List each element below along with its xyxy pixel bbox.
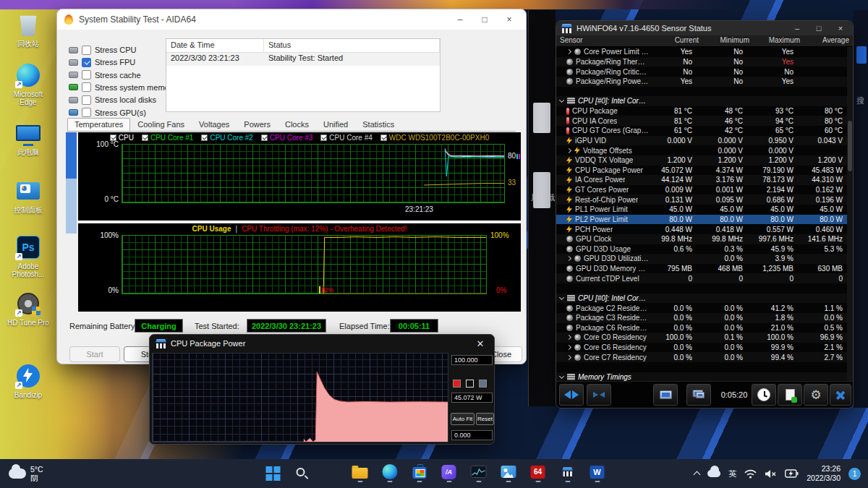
sensor-row[interactable]: Package/Ring Power Limit ...YesNoYes: [556, 77, 847, 87]
close-sensors-button[interactable]: [830, 384, 851, 406]
expand-caret-icon[interactable]: [566, 256, 571, 261]
taskbar-hwinfo64[interactable]: [558, 461, 577, 487]
notification-badge[interactable]: 1: [848, 468, 861, 480]
sensor-row[interactable]: Core C0 Residency100.0 %0.1 %100.0 %96.9…: [556, 333, 847, 343]
legend-checkbox[interactable]: [142, 134, 148, 141]
tab-clocks[interactable]: Clocks: [278, 118, 316, 131]
taskbar-word[interactable]: W: [588, 461, 607, 487]
expand-caret-icon[interactable]: [566, 345, 571, 350]
tray-overflow-chevron-icon[interactable]: [694, 471, 701, 479]
legend-checkbox[interactable]: [261, 134, 268, 141]
start-button[interactable]: Start: [69, 346, 120, 362]
tab-unified[interactable]: Unified: [316, 118, 355, 131]
desktop-icon-hdt[interactable]: ↗HD Tune Pro: [4, 291, 52, 327]
tab-powers[interactable]: Powers: [237, 118, 278, 131]
close-icon[interactable]: ✕: [469, 335, 491, 352]
sensor-row[interactable]: Package/Ring Critical Tem...NoNoNo: [556, 67, 847, 77]
sensor-row[interactable]: CPU Package Power45.072 W4.374 W79.190 W…: [556, 166, 847, 176]
log-row[interactable]: 2022/3/30 23:21:23 Stability Test: Start…: [166, 53, 440, 66]
volume-muted-icon[interactable]: [765, 469, 777, 479]
stress-option-memory[interactable]: Stress system memory: [69, 82, 176, 93]
expand-caret-icon[interactable]: [566, 355, 571, 360]
log-col-datetime[interactable]: Date & Time: [166, 39, 264, 52]
stress-checkbox[interactable]: [82, 95, 91, 105]
taskbar-purple-m-app[interactable]: /A: [440, 461, 459, 487]
stress-option-fpu[interactable]: Stress FPU: [69, 56, 135, 68]
expand-sensors-button[interactable]: [559, 384, 584, 406]
minimize-icon[interactable]: –: [786, 21, 808, 35]
tab-temperatures[interactable]: Temperatures: [67, 118, 130, 131]
close-icon[interactable]: ×: [830, 21, 851, 35]
sensor-row[interactable]: PCH Power0.448 W0.418 W0.557 W0.460 W: [556, 224, 847, 234]
expand-caret-icon[interactable]: [566, 335, 571, 340]
legend-checkbox[interactable]: [201, 134, 208, 141]
sensor-row[interactable]: GPU D3D Utilizations0.0 %3.9 %: [556, 254, 847, 264]
legend-checkbox[interactable]: [320, 134, 327, 141]
onedrive-icon[interactable]: [707, 470, 720, 477]
wifi-icon[interactable]: [744, 469, 757, 479]
col-minimum[interactable]: Minimum: [702, 35, 753, 46]
sensor-row[interactable]: PL2 Power Limit80.0 W80.0 W80.0 W80.0 W: [556, 215, 847, 225]
col-current[interactable]: Current: [655, 35, 702, 46]
maximize-icon[interactable]: □: [808, 21, 830, 35]
expand-caret-icon[interactable]: [566, 148, 571, 153]
sensor-row[interactable]: Package C3 Residency0.0 %0.0 %1.8 %0.0 %: [556, 313, 847, 323]
stress-option-cache[interactable]: Stress cache: [69, 69, 141, 81]
stress-checkbox[interactable]: [82, 82, 91, 92]
stress-checkbox[interactable]: [82, 108, 91, 117]
taskbar-clock[interactable]: 23:26 2022/3/30: [807, 464, 841, 483]
sensor-row[interactable]: Rest-of-Chip Power0.131 W0.095 W0.686 W0…: [556, 194, 847, 205]
taskbar-microsoft-store[interactable]: [410, 461, 429, 487]
hwinfo-titlebar[interactable]: HWiNFO64 v7.16-4650 Sensor Status – □ ×: [556, 21, 853, 35]
sensor-row[interactable]: GT Cores Power0.009 W0.001 W2.194 W0.162…: [556, 185, 847, 195]
desktop-icon-edgec[interactable]: ↗Microsoft Edge: [4, 62, 52, 106]
stress-checkbox[interactable]: [82, 70, 91, 80]
stress-checkbox[interactable]: [82, 58, 91, 67]
reset-button[interactable]: Reset: [476, 413, 494, 425]
stress-option-cpu[interactable]: Stress CPU: [69, 44, 136, 56]
graph-color-swatch-red[interactable]: [453, 380, 461, 388]
sensor-row[interactable]: IA Cores Power44.124 W3.176 W78.173 W44.…: [556, 175, 847, 185]
sensor-row[interactable]: Package C2 Residency0.0 %0.0 %41.2 %1.1 …: [556, 303, 847, 313]
battery-charging-icon[interactable]: [785, 469, 799, 478]
sensor-row[interactable]: Core C6 Residency0.0 %0.0 %99.9 %2.1 %: [556, 343, 847, 353]
taskbar-photos-app[interactable]: [499, 461, 518, 487]
sensor-row[interactable]: Voltage Offsets0.000 V0.000 V: [556, 145, 847, 155]
ime-indicator[interactable]: 英: [728, 468, 736, 479]
taskbar-search-button[interactable]: [292, 461, 310, 487]
collapse-caret-icon[interactable]: [559, 374, 564, 379]
desktop-icon-cp[interactable]: 控制面板: [4, 178, 52, 214]
sensor-row[interactable]: CPU IA Cores81 °C46 °C94 °C80 °C: [556, 116, 847, 126]
taskbar-aida64[interactable]: 64: [529, 461, 548, 487]
desktop-icon-ps[interactable]: Ps↗Adobe Photosh...: [4, 234, 52, 278]
sensor-row[interactable]: VDDQ TX Voltage1.200 V1.200 V1.200 V1.20…: [556, 155, 847, 166]
log-col-status[interactable]: Status: [264, 39, 440, 52]
taskbar-start-button[interactable]: [262, 461, 281, 487]
col-average[interactable]: Average: [804, 35, 853, 46]
minimize-icon[interactable]: –: [448, 9, 472, 30]
stress-option-disk[interactable]: Stress local disks: [69, 94, 156, 106]
legend-checkbox[interactable]: [380, 134, 387, 141]
sensor-row[interactable]: GPU D3D Usage0.6 %0.3 %45.9 %5.3 %: [556, 244, 847, 254]
weather-widget[interactable]: 5°C 阴: [9, 465, 43, 482]
sensor-row[interactable]: Package/Ring Thermal Thr...NoNoYes: [556, 57, 847, 67]
popup-titlebar[interactable]: CPU Package Power: [150, 335, 494, 352]
tab-cooling-fans[interactable]: Cooling Fans: [130, 118, 192, 131]
collapse-sensors-button[interactable]: [587, 384, 611, 406]
sensor-row[interactable]: iGPU VID0.000 V0.000 V0.950 V0.043 V: [556, 136, 847, 146]
tab-voltages[interactable]: Voltages: [192, 118, 237, 131]
sensor-row[interactable]: CPU GT Cores (Graphics)61 °C42 °C65 °C60…: [556, 126, 847, 136]
collapse-caret-icon[interactable]: [559, 295, 564, 300]
aida64-titlebar[interactable]: System Stability Test - AIDA64 – □ ×: [57, 9, 526, 30]
sensor-row[interactable]: Current cTDP Level0000: [556, 273, 847, 283]
col-sensor[interactable]: Sensor: [556, 35, 655, 46]
hwinfo-scrollbar[interactable]: [847, 47, 853, 382]
graph-color-swatch-gray[interactable]: [479, 380, 487, 388]
tab-statistics[interactable]: Statistics: [355, 118, 401, 131]
auto-fit-button[interactable]: Auto Fit: [451, 413, 475, 425]
sensor-row[interactable]: CPU Package81 °C48 °C93 °C80 °C: [556, 106, 847, 116]
desktop-icon-recycle[interactable]: 回收站: [4, 12, 52, 48]
sensor-row[interactable]: Core Power Limit Excee...YesNoYes: [556, 47, 847, 57]
close-icon[interactable]: ×: [497, 9, 522, 30]
taskbar-edge-browser[interactable]: [380, 461, 399, 487]
